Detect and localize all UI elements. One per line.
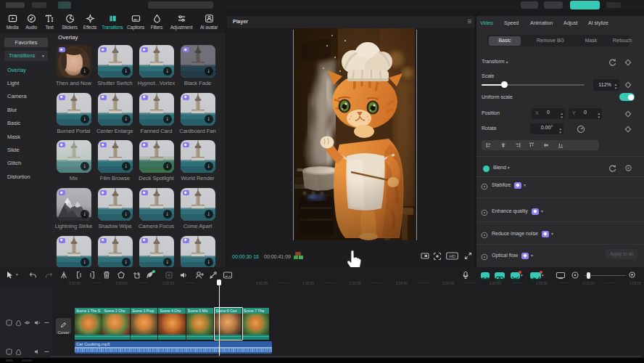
svg-text:HD: HD: [449, 254, 455, 258]
